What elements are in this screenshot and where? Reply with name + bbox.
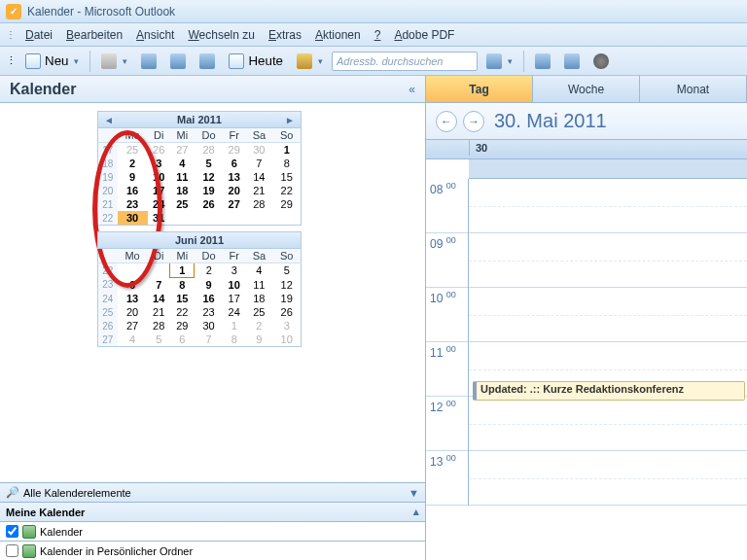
week-number[interactable]: 26 (98, 319, 118, 332)
day-cell[interactable]: 15 (170, 292, 195, 305)
day-cell[interactable]: 13 (223, 170, 245, 184)
day-cell[interactable]: 20 (118, 305, 148, 319)
day-cell[interactable]: 27 (118, 319, 148, 332)
day-cell[interactable]: 27 (170, 143, 195, 158)
week-number[interactable]: 27 (98, 332, 118, 347)
day-cell[interactable]: 19 (195, 184, 223, 197)
toolbar-btn-1[interactable] (136, 51, 161, 72)
day-cell[interactable] (245, 211, 272, 226)
prev-day-button[interactable]: ← (436, 111, 457, 132)
day-cell[interactable]: 25 (170, 197, 195, 211)
day-cell[interactable]: 18 (245, 292, 272, 305)
day-cell[interactable]: 20 (223, 184, 245, 197)
day-cell[interactable]: 14 (245, 170, 272, 184)
day-cell[interactable]: 8 (170, 278, 195, 293)
day-cell[interactable]: 23 (195, 305, 223, 319)
menu-item-0[interactable]: Datei (19, 26, 58, 44)
hour-row-10[interactable]: 10 00 (426, 288, 747, 342)
day-cell[interactable]: 22 (170, 305, 195, 319)
day-cell[interactable] (195, 211, 223, 226)
toolbar-handle[interactable]: ⋮ (6, 54, 17, 67)
today-button[interactable]: Heute (224, 51, 288, 72)
expand-icon[interactable]: ▴ (413, 506, 419, 518)
address-search-input[interactable]: Adressb. durchsuchen (332, 52, 478, 71)
day-cell[interactable]: 9 (195, 278, 223, 293)
day-cell[interactable]: 4 (245, 263, 272, 278)
day-cell[interactable]: 1 (223, 319, 245, 332)
new-button[interactable]: Neu (20, 51, 84, 72)
day-cell[interactable]: 10 (223, 278, 245, 293)
calendar-item-1[interactable]: Kalender (0, 521, 425, 541)
day-cell[interactable]: 1 (170, 263, 195, 278)
week-number[interactable]: 25 (98, 305, 118, 319)
day-cell[interactable]: 12 (195, 170, 223, 184)
addon-btn-1[interactable] (530, 51, 555, 72)
day-cell[interactable]: 6 (223, 157, 245, 170)
menubar-handle[interactable]: ⋮ (6, 29, 16, 40)
day-cell[interactable]: 10 (272, 332, 301, 347)
day-cell[interactable]: 6 (170, 332, 195, 347)
day-cell[interactable]: 15 (272, 170, 301, 184)
day-cell[interactable] (223, 211, 245, 226)
week-number[interactable]: 24 (98, 292, 118, 305)
all-calendar-items[interactable]: 🔎 Alle Kalenderelemente ▼ (0, 482, 425, 502)
help-button[interactable] (481, 51, 517, 72)
day-cell[interactable]: 3 (272, 319, 301, 332)
day-cell[interactable]: 21 (245, 184, 272, 197)
time-grid[interactable]: 08 0009 0010 0011 0012 0013 00Updated: .… (426, 179, 747, 560)
day-cell[interactable] (272, 211, 301, 226)
appointment[interactable]: Updated: .:: Kurze Redaktionskonferenz (473, 381, 745, 401)
hour-row-12[interactable]: 12 00 (426, 397, 747, 451)
day-cell[interactable]: 9 (245, 332, 272, 347)
day-cell[interactable]: 21 (148, 305, 170, 319)
hour-row-13[interactable]: 13 00 (426, 451, 747, 506)
day-cell[interactable]: 14 (148, 292, 170, 305)
day-cell[interactable]: 30 (245, 143, 272, 158)
day-cell[interactable]: 27 (223, 197, 245, 211)
day-cell[interactable]: 7 (148, 278, 170, 293)
collapse-button[interactable]: « (409, 83, 415, 96)
addon-btn-3[interactable] (588, 51, 614, 72)
next-month-button[interactable]: ► (285, 115, 295, 125)
day-cell[interactable]: 5 (272, 263, 301, 278)
day-cell[interactable]: 26 (272, 305, 301, 319)
tab-month[interactable]: Monat (640, 76, 747, 102)
day-cell[interactable] (170, 211, 195, 226)
day-cell[interactable]: 1 (272, 143, 301, 158)
day-cell[interactable]: 28 (195, 143, 223, 158)
allday-row[interactable] (469, 159, 747, 179)
day-cell[interactable]: 29 (170, 319, 195, 332)
calendar-checkbox-2[interactable] (6, 544, 18, 557)
day-cell[interactable]: 8 (223, 332, 245, 347)
menu-item-3[interactable]: Wechseln zu (182, 26, 260, 44)
toolbar-btn-3[interactable] (195, 51, 220, 72)
day-cell[interactable]: 29 (223, 143, 245, 158)
tab-day[interactable]: Tag (426, 76, 533, 102)
calendar-checkbox-1[interactable] (6, 525, 18, 538)
day-cell[interactable]: 5 (195, 157, 223, 170)
day-cell[interactable]: 2 (195, 263, 223, 278)
day-cell[interactable]: 12 (272, 278, 301, 293)
day-cell[interactable]: 7 (195, 332, 223, 347)
day-cell[interactable]: 13 (118, 292, 148, 305)
dropdown-icon[interactable]: ▼ (409, 487, 419, 499)
day-cell[interactable]: 8 (272, 157, 301, 170)
hour-row-08[interactable]: 08 00 (426, 179, 747, 233)
day-cell[interactable]: 30 (195, 319, 223, 332)
day-cell[interactable]: 5 (148, 332, 170, 347)
tab-week[interactable]: Woche (533, 76, 640, 102)
day-cell[interactable]: 4 (118, 332, 148, 347)
day-cell[interactable]: 7 (245, 157, 272, 170)
day-cell[interactable]: 26 (195, 197, 223, 211)
next-day-button[interactable]: → (463, 111, 484, 132)
prev-month-button[interactable]: ◄ (104, 115, 114, 125)
day-cell[interactable]: 11 (170, 170, 195, 184)
menu-item-2[interactable]: Ansicht (130, 26, 180, 44)
day-cell[interactable]: 28 (148, 319, 170, 332)
day-cell[interactable]: 29 (272, 197, 301, 211)
day-cell[interactable]: 2 (245, 319, 272, 332)
menu-item-4[interactable]: Extras (263, 26, 307, 44)
calendar-item-2[interactable]: Kalender in Persönlicher Ordner (0, 541, 425, 560)
menu-item-6[interactable]: ? (369, 26, 387, 44)
day-cell[interactable]: 24 (223, 305, 245, 319)
